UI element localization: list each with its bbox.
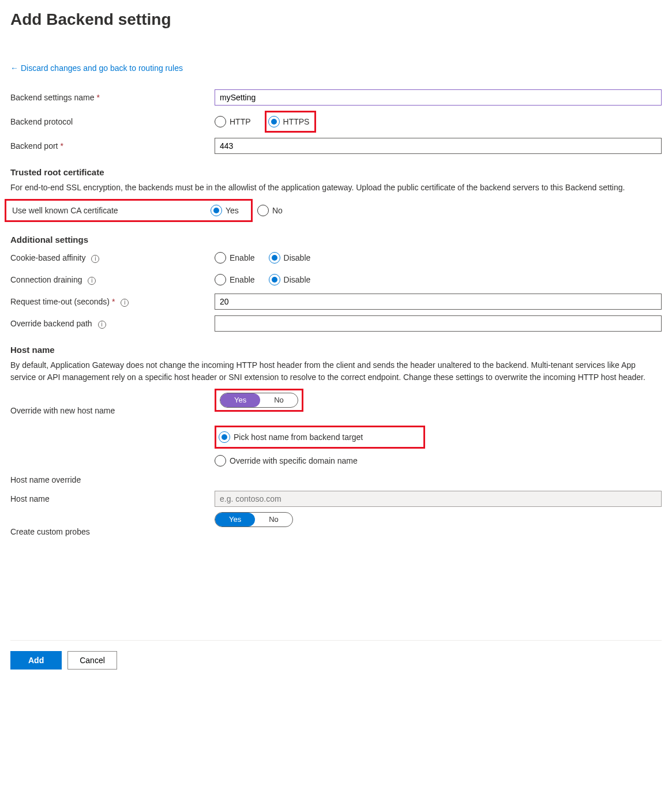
cookie-enable-option[interactable]: Enable: [215, 249, 255, 266]
back-arrow-icon: ←: [10, 63, 18, 73]
well-known-ca-label: Use well known CA certificate: [9, 206, 211, 215]
info-icon: i: [121, 299, 129, 307]
protocol-http-text: HTTP: [230, 117, 251, 126]
host-name-override-label: Host name override: [10, 475, 215, 484]
discard-back-link[interactable]: ←Discard changes and go back to routing …: [10, 63, 183, 73]
cancel-button[interactable]: Cancel: [67, 651, 117, 670]
settings-name-input[interactable]: [215, 89, 662, 106]
host-name-text: By default, Application Gateway does not…: [10, 359, 662, 383]
cookie-disable-text: Disable: [284, 253, 311, 262]
cookie-affinity-label: Cookie-based affinity i: [10, 253, 215, 263]
trusted-root-text: For end-to-end SSL encryption, the backe…: [10, 182, 662, 193]
override-specific-option[interactable]: Override with specific domain name: [215, 452, 651, 469]
additional-settings-heading: Additional settings: [10, 235, 662, 245]
override-host-yes[interactable]: Yes: [220, 393, 260, 407]
info-icon: i: [91, 255, 99, 263]
custom-probes-no[interactable]: No: [255, 513, 292, 526]
page-title: Add Backend setting: [10, 10, 662, 29]
drain-enable-text: Enable: [230, 275, 255, 284]
port-input[interactable]: [215, 138, 662, 154]
drain-enable-option[interactable]: Enable: [215, 271, 255, 288]
port-label: Backend port*: [10, 141, 215, 151]
protocol-https-option[interactable]: HTTPS: [268, 113, 310, 130]
pick-host-text: Pick host name from backend target: [234, 433, 363, 442]
ca-yes-option[interactable]: Yes: [211, 202, 239, 219]
override-specific-text: Override with specific domain name: [230, 456, 358, 465]
pick-host-option[interactable]: Pick host name from backend target: [219, 428, 363, 446]
override-path-input[interactable]: [215, 315, 662, 332]
request-timeout-input[interactable]: [215, 294, 662, 310]
host-name-heading: Host name: [10, 345, 662, 355]
protocol-http-option[interactable]: HTTP: [215, 113, 251, 130]
https-highlight: HTTPS: [265, 111, 317, 133]
trusted-root-heading: Trusted root certificate: [10, 167, 662, 177]
override-host-toggle[interactable]: Yes No: [220, 393, 298, 408]
host-name-label: Host name: [10, 494, 215, 503]
protocol-label: Backend protocol: [10, 117, 215, 126]
drain-disable-text: Disable: [284, 275, 311, 284]
info-icon: i: [88, 277, 96, 285]
add-button[interactable]: Add: [10, 651, 62, 670]
protocol-https-text: HTTPS: [283, 117, 310, 126]
cookie-disable-option[interactable]: Disable: [269, 249, 311, 266]
custom-probes-yes[interactable]: Yes: [215, 513, 255, 526]
connection-draining-label: Connection draining i: [10, 275, 215, 285]
drain-disable-option[interactable]: Disable: [269, 271, 311, 288]
cookie-enable-text: Enable: [230, 253, 255, 262]
override-host-no[interactable]: No: [260, 393, 298, 407]
info-icon: i: [98, 321, 106, 329]
override-path-label: Override backend path i: [10, 319, 215, 329]
request-timeout-label: Request time-out (seconds)* i: [10, 297, 215, 307]
ca-no-option[interactable]: No: [257, 202, 283, 219]
ca-no-text: No: [272, 206, 283, 215]
custom-probes-toggle[interactable]: Yes No: [215, 512, 293, 527]
custom-probes-label: Create custom probes: [10, 512, 215, 536]
ca-yes-text: Yes: [226, 206, 239, 215]
settings-name-label: Backend settings name*: [10, 93, 215, 102]
host-name-input: [215, 491, 662, 507]
back-link-text: Discard changes and go back to routing r…: [21, 63, 183, 73]
override-new-host-label: Override with new host name: [10, 389, 215, 415]
